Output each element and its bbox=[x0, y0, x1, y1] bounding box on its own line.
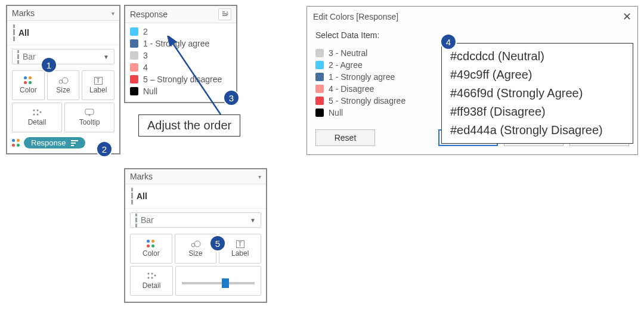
shelf2-color-label: Color bbox=[143, 249, 160, 258]
legend-swatch bbox=[130, 39, 138, 48]
step-badge-4: 4 bbox=[440, 33, 457, 50]
reset-button[interactable]: Reset bbox=[315, 129, 375, 146]
shelf-detail[interactable]: Detail bbox=[12, 103, 62, 132]
shelf2-color[interactable]: Color bbox=[130, 234, 172, 264]
legend-label: 4 bbox=[143, 63, 148, 72]
legend-label: 3 bbox=[143, 51, 148, 60]
mark-type-value: Bar bbox=[23, 52, 36, 61]
shelf2-label-label: Label bbox=[231, 249, 249, 258]
legend-label: Null bbox=[143, 86, 157, 96]
marks-collapse-icon[interactable]: ▾ bbox=[112, 10, 114, 17]
svg-point-16 bbox=[148, 277, 150, 279]
legend-sort-button[interactable] bbox=[218, 8, 231, 20]
color-code-line: #466f9d (Strongly Agree) bbox=[450, 84, 624, 103]
mark-type-value-2: Bar bbox=[141, 215, 154, 225]
pill-label: Response bbox=[31, 138, 66, 147]
shelf-label-label: Label bbox=[89, 86, 107, 94]
svg-point-18 bbox=[154, 275, 156, 277]
legend-swatch bbox=[130, 87, 138, 95]
bar-icon bbox=[131, 188, 133, 205]
legend-swatch bbox=[130, 75, 138, 83]
shelf-tooltip-label: Tooltip bbox=[79, 118, 100, 126]
color-icon bbox=[12, 139, 20, 147]
marks-card-1: Marks ▾ All Bar ▼ Color Size T bbox=[6, 5, 120, 154]
data-item-swatch bbox=[315, 85, 324, 93]
step-badge-2: 2 bbox=[96, 141, 113, 157]
marks-title-text: Marks bbox=[12, 8, 35, 18]
marks-collapse-icon[interactable]: ▾ bbox=[258, 174, 261, 180]
data-item-label: 5 - Strongly disagree bbox=[329, 96, 405, 106]
select-data-item-label: Select Data Item: bbox=[307, 27, 637, 41]
svg-point-13 bbox=[194, 241, 200, 247]
mark-type-dropdown-2[interactable]: Bar ▼ bbox=[130, 212, 261, 228]
bar-icon bbox=[13, 24, 15, 41]
color-icon bbox=[147, 240, 155, 248]
pill-response[interactable]: Response bbox=[24, 137, 85, 148]
slider-thumb[interactable] bbox=[222, 278, 229, 288]
marks-all-label: All bbox=[18, 28, 29, 38]
step-badge-3: 3 bbox=[223, 89, 240, 106]
shelf2-detail-label: Detail bbox=[143, 281, 161, 290]
shelf-color[interactable]: Color bbox=[12, 70, 45, 100]
arrow-annotation bbox=[166, 36, 231, 119]
svg-rect-9 bbox=[71, 142, 76, 144]
shelf-tooltip[interactable]: Tooltip bbox=[64, 103, 114, 132]
size-slider[interactable] bbox=[182, 282, 255, 284]
svg-line-11 bbox=[172, 42, 221, 114]
label-icon: T bbox=[94, 77, 103, 85]
legend-swatch bbox=[130, 63, 138, 72]
marks2-all-row[interactable]: All bbox=[125, 184, 266, 209]
dialog-title-text: Edit Colors [Response] bbox=[313, 12, 398, 21]
data-item-label: Null bbox=[329, 108, 343, 117]
shelf2-detail[interactable]: Detail bbox=[130, 266, 173, 296]
legend-swatch bbox=[130, 27, 138, 36]
dialog-titlebar: Edit Colors [Response] ✕ bbox=[307, 7, 637, 27]
data-item-label: 3 - Neutral bbox=[329, 48, 367, 58]
color-code-line: #cdcdcd (Neutral) bbox=[450, 47, 624, 66]
step-badge-5: 5 bbox=[209, 235, 226, 252]
svg-point-1 bbox=[62, 78, 68, 83]
svg-rect-7 bbox=[85, 109, 94, 114]
tooltip-icon bbox=[85, 109, 94, 117]
shelf2-size-label: Size bbox=[188, 249, 202, 258]
response-legend-title-text: Response bbox=[130, 10, 168, 19]
svg-point-4 bbox=[33, 114, 35, 116]
svg-rect-10 bbox=[71, 145, 74, 146]
chevron-down-icon: ▼ bbox=[103, 54, 109, 60]
size-icon bbox=[190, 240, 201, 248]
size-icon bbox=[58, 76, 69, 85]
mark-type-dropdown[interactable]: Bar ▼ bbox=[12, 49, 114, 64]
shelf-label[interactable]: T Label bbox=[82, 70, 114, 100]
svg-point-15 bbox=[151, 273, 153, 275]
marks-all-row[interactable]: All bbox=[7, 21, 119, 45]
close-icon[interactable]: ✕ bbox=[623, 10, 631, 23]
color-code-line: #ed444a (Strongly Disagree) bbox=[450, 121, 624, 140]
svg-point-2 bbox=[33, 110, 35, 111]
svg-point-3 bbox=[37, 110, 39, 111]
marks2-title-text: Marks bbox=[130, 172, 153, 181]
step-badge-1: 1 bbox=[41, 57, 57, 73]
data-item-label: 1 - Strongly agree bbox=[329, 72, 395, 82]
sort-icon bbox=[221, 11, 228, 18]
marks-card-2: Marks ▾ All Bar ▼ Color Size T bbox=[124, 168, 267, 303]
legend-swatch bbox=[130, 51, 138, 60]
data-item-swatch bbox=[315, 49, 324, 57]
annotation-text: Adjust the order bbox=[147, 119, 231, 132]
data-item-swatch bbox=[315, 109, 324, 117]
legend-label: 2 bbox=[143, 27, 148, 36]
svg-point-17 bbox=[151, 277, 153, 279]
marks-card-2-title: Marks ▾ bbox=[125, 169, 266, 184]
marks-card-1-title: Marks ▾ bbox=[7, 6, 119, 21]
color-icon bbox=[24, 76, 32, 85]
bar-icon bbox=[135, 213, 137, 227]
data-item-swatch bbox=[315, 61, 324, 69]
color-codes-annotation: #cdcdcd (Neutral)#49c9ff (Agree)#466f9d … bbox=[441, 43, 633, 144]
svg-rect-8 bbox=[71, 140, 78, 141]
shelf-size[interactable]: Size bbox=[47, 70, 80, 100]
response-legend-title: Response bbox=[125, 6, 236, 23]
shelf2-label[interactable]: T Label bbox=[219, 234, 261, 264]
svg-point-5 bbox=[37, 114, 39, 116]
sort-icon bbox=[71, 140, 78, 146]
detail-icon bbox=[147, 272, 156, 280]
shelf-detail-label: Detail bbox=[28, 118, 47, 126]
